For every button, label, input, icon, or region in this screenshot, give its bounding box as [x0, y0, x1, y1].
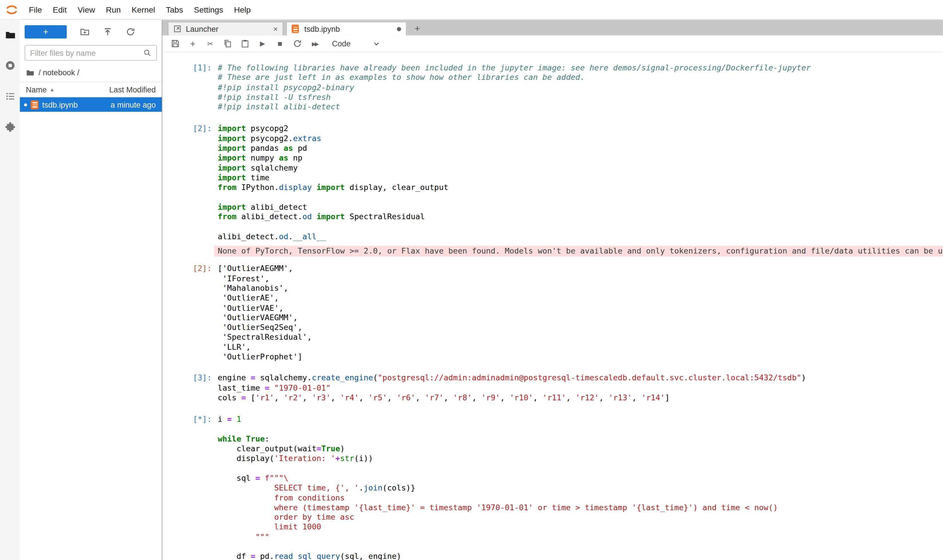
- output-text: ['OutlierAEGMM', 'IForest', 'Mahalanobis…: [218, 264, 943, 362]
- code-line: alibi_detect.od.__all__: [218, 232, 943, 242]
- code-line: import numpy as np: [218, 153, 943, 163]
- input-prompt: [3]:: [162, 374, 218, 403]
- launcher-icon: [173, 25, 182, 33]
- notebook-cell[interactable]: [*]:i = 1 while True: clear_output(wait=…: [162, 412, 943, 560]
- menu-file[interactable]: File: [23, 0, 48, 20]
- cell-input-area[interactable]: [2]:import psycopg2import psycopg2.extra…: [162, 121, 943, 245]
- code-line: #!pip install -U tsfresh: [218, 92, 943, 102]
- file-list-header: Name ▲ Last Modified: [20, 82, 162, 98]
- cell-type-select[interactable]: Code: [330, 36, 381, 51]
- tab-notebook-tsdb[interactable]: tsdb.ipynb: [286, 22, 407, 35]
- restart-kernel-button[interactable]: [289, 36, 306, 51]
- code-line: [218, 464, 943, 474]
- code-editor[interactable]: import psycopg2import psycopg2.extrasimp…: [218, 124, 943, 242]
- code-line: i = 1: [218, 415, 943, 425]
- tab-label: tsdb.ipynb: [304, 24, 392, 34]
- file-modified: a minute ago: [111, 100, 156, 109]
- notebook-cell[interactable]: [2]:import psycopg2import psycopg2.extra…: [162, 121, 943, 364]
- cut-cells-button[interactable]: ✂: [201, 36, 219, 51]
- folder-icon: [5, 29, 15, 40]
- file-status-dot: [24, 103, 27, 106]
- menu-kernel[interactable]: Kernel: [126, 0, 161, 20]
- restart-icon: [293, 39, 302, 48]
- notebook-cell[interactable]: [3]:engine = sqlalchemy.create_engine("p…: [162, 370, 943, 406]
- restart-run-all-button[interactable]: ▶▶: [306, 36, 324, 51]
- code-line: [218, 222, 943, 232]
- code-line: from conditions: [218, 493, 943, 503]
- code-line: limit 1000: [218, 523, 943, 532]
- cell-input-area[interactable]: [3]:engine = sqlalchemy.create_engine("p…: [162, 370, 943, 406]
- copy-cells-button[interactable]: [219, 36, 236, 51]
- output-area-result: [2]:['OutlierAEGMM', 'IForest', 'Mahalan…: [162, 260, 943, 364]
- sidebar-tab-table-of-contents[interactable]: [0, 89, 20, 103]
- file-filter-input[interactable]: [30, 48, 143, 57]
- output-area-stderr: None of PyTorch, TensorFlow >= 2.0, or F…: [162, 245, 943, 260]
- code-editor[interactable]: engine = sqlalchemy.create_engine("postg…: [218, 374, 943, 403]
- close-icon[interactable]: ×: [273, 24, 278, 34]
- code-editor[interactable]: # The following libraries have already b…: [218, 63, 943, 112]
- insert-cell-button[interactable]: +: [184, 36, 202, 51]
- menu-settings[interactable]: Settings: [188, 0, 228, 20]
- name-column-label: Name: [26, 85, 47, 94]
- code-line: [218, 425, 943, 434]
- tab-launcher[interactable]: Launcher ×: [168, 22, 283, 35]
- sort-ascending-icon: ▲: [50, 87, 55, 92]
- upload-button[interactable]: [103, 27, 113, 37]
- code-line: # The following libraries have already b…: [218, 63, 943, 73]
- search-icon: [143, 49, 151, 57]
- new-folder-button[interactable]: [80, 27, 90, 37]
- paste-cells-button[interactable]: [236, 36, 254, 51]
- code-line: cols = ['r1', 'r2', 'r3', 'r4', 'r5', 'r…: [218, 393, 943, 403]
- file-list-item-selected[interactable]: tsdb.ipynb a minute ago: [20, 97, 162, 112]
- save-icon: [171, 39, 180, 48]
- column-header-name[interactable]: Name ▲: [26, 85, 98, 94]
- puzzle-icon: [5, 122, 15, 132]
- sidebar-icon-strip: [0, 20, 20, 560]
- new-folder-icon: [80, 27, 90, 37]
- table-of-contents-icon: [5, 91, 15, 102]
- notebook-file-icon: [292, 25, 300, 33]
- breadcrumb[interactable]: / notebook /: [20, 66, 162, 82]
- menu-view[interactable]: View: [72, 0, 100, 20]
- code-line: order by time asc: [218, 513, 943, 523]
- cell-type-value: Code: [330, 39, 353, 48]
- menu-run[interactable]: Run: [100, 0, 126, 20]
- unsaved-changes-dot[interactable]: [397, 27, 401, 31]
- code-line: last_time = "1970-01-01": [218, 383, 943, 393]
- new-launcher-button[interactable]: +: [25, 25, 67, 38]
- refresh-icon: [126, 27, 136, 37]
- notebook-scroll-area[interactable]: [1]:# The following libraries have alrea…: [162, 52, 943, 560]
- menu-tabs[interactable]: Tabs: [161, 0, 188, 20]
- menu-bar: File Edit View Run Kernel Tabs Settings …: [0, 0, 943, 20]
- sidebar-tab-extensions[interactable]: [0, 120, 20, 134]
- code-editor[interactable]: i = 1 while True: clear_output(wait=True…: [218, 415, 943, 560]
- interrupt-kernel-button[interactable]: ■: [271, 36, 289, 51]
- fast-forward-icon: ▶▶: [312, 41, 318, 47]
- code-line: """: [218, 532, 943, 542]
- scissors-icon: ✂: [207, 40, 213, 48]
- new-tab-button[interactable]: +: [409, 22, 425, 35]
- sidebar-tab-running-kernels[interactable]: [0, 58, 20, 73]
- notebook-cells: [1]:# The following libraries have alrea…: [162, 60, 943, 560]
- code-line: from IPython.display import display, cle…: [218, 183, 943, 192]
- stop-icon: ■: [278, 39, 282, 48]
- tab-label: Launcher: [186, 24, 269, 34]
- menu-help[interactable]: Help: [228, 0, 256, 20]
- cell-input-area[interactable]: [1]:# The following libraries have alrea…: [162, 60, 943, 115]
- cell-input-area[interactable]: [*]:i = 1 while True: clear_output(wait=…: [162, 412, 943, 560]
- breadcrumb-path: / notebook /: [39, 68, 79, 77]
- run-cell-button[interactable]: ▶: [254, 36, 271, 51]
- output-prompt: [2]:: [162, 264, 218, 362]
- refresh-file-list-button[interactable]: [126, 27, 136, 37]
- sidebar-tab-file-browser[interactable]: [0, 28, 20, 42]
- tab-bar: Launcher × tsdb.ipynb +: [162, 20, 943, 35]
- save-button[interactable]: [167, 36, 184, 51]
- output-prompt-blank: [162, 245, 218, 260]
- notebook-cell[interactable]: [1]:# The following libraries have alrea…: [162, 60, 943, 115]
- notebook-file-icon: [31, 100, 39, 109]
- file-filter-box[interactable]: [25, 45, 157, 61]
- input-prompt: [2]:: [162, 124, 218, 242]
- paste-icon: [241, 39, 250, 48]
- column-header-last-modified[interactable]: Last Modified: [98, 85, 156, 94]
- menu-edit[interactable]: Edit: [47, 0, 72, 20]
